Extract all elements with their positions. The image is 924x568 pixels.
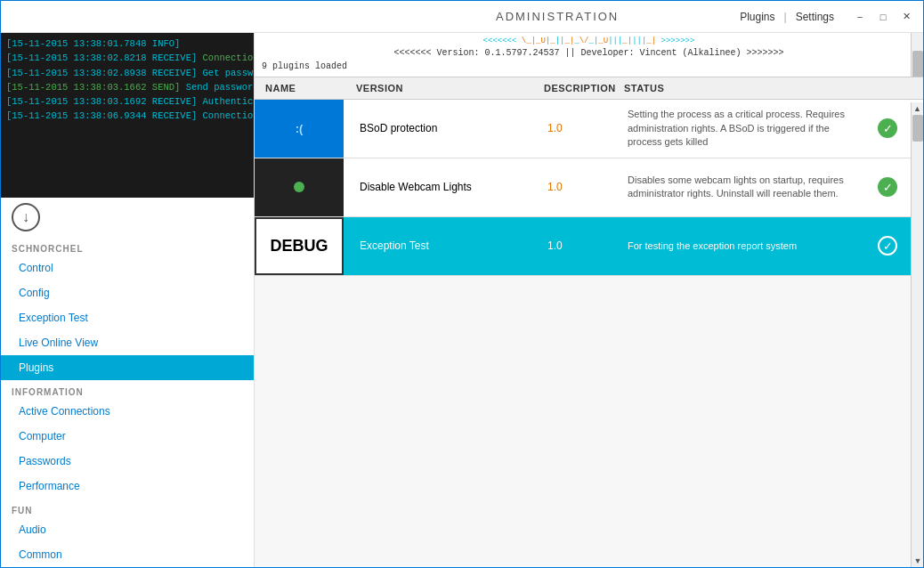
sidebar-item-control[interactable]: Control [1,256,254,280]
sidebar: [15-11-2015 13:38:01.7848 INFO] [15-11-2… [1,33,255,567]
log-line-4: [15-11-2015 13:38:03.1662 SEND] Send pas… [6,80,248,94]
col-version: VERSION [356,77,537,99]
download-button[interactable]: ↓ [12,203,40,231]
version-line: <<<<<<< Version: 0.1.5797.24537 || Devel… [262,48,916,58]
sidebar-item-live-online-view[interactable]: Live Online View [1,330,254,355]
log-line-2: [15-11-2015 13:38:02.8218 RECEIVE] Conne… [6,51,248,65]
plugin-name-webcam: Disable Webcam Lights [353,177,540,197]
log-line-5: [15-11-2015 13:38:03.1692 RECEIVE] Authe… [6,94,248,109]
scroll-down-button[interactable]: ▼ [912,555,923,567]
title-bar: ADMINISTRATION Plugins | Settings − □ ✕ [1,1,923,33]
banner-area: <<<<<<< \_|_U|_||_|_\/_|_U|||_||||_| >>>… [255,33,923,77]
main-panel: <<<<<<< \_|_U|_||_|_\/_|_U|||_||||_| >>>… [255,33,923,567]
sidebar-item-performance[interactable]: Performance [1,474,254,499]
plugin-name-debug: Exception Test [353,236,540,256]
main-window: ADMINISTRATION Plugins | Settings − □ ✕ … [0,0,924,568]
plugins-loaded-line: 9 plugins loaded [262,60,916,73]
sidebar-item-exception-test[interactable]: Exception Test [1,305,254,330]
menu-settings[interactable]: Settings [796,11,834,23]
section-label-fun: FUN [1,499,254,517]
close-button[interactable]: ✕ [898,9,914,25]
sidebar-item-active-connections[interactable]: Active Connections [1,399,254,424]
webcam-led-dot [294,182,304,192]
window-controls: − □ ✕ [852,9,914,25]
scroll-thumb [912,115,923,142]
log-area: [15-11-2015 13:38:01.7848 INFO] [15-11-2… [1,33,254,198]
content-area: [15-11-2015 13:38:01.7848 INFO] [15-11-2… [1,33,923,567]
menu-plugins[interactable]: Plugins [740,11,774,23]
plugin-row-debug[interactable]: DEBUG Exception Test 1.0 For testing the… [255,217,923,276]
plugin-version-webcam: 1.0 [540,177,620,197]
sidebar-item-plugins[interactable]: Plugins [1,355,254,380]
log-line-6: [15-11-2015 13:38:06.9344 RECEIVE] Conne… [6,109,248,123]
plugin-table-header: NAME VERSION DESCRIPTION STATUS [255,77,923,100]
plugin-name-bsod: BSoD protection [353,118,540,138]
plugin-desc-bsod: Setting the process as a critical proces… [620,104,852,152]
section-label-information: INFORMATION [1,380,254,399]
plugin-thumb-debug: DEBUG [255,217,344,275]
title-bar-right: Plugins | Settings − □ ✕ [740,9,914,25]
sidebar-nav: SCHNORCHEL Control Config Exception Test… [1,237,254,567]
sidebar-item-passwords[interactable]: Passwords [1,449,254,474]
plugin-row-bsod[interactable]: :( BSoD protection 1.0 Setting the proce… [255,100,923,158]
plugin-thumb-webcam [255,158,344,216]
plugin-version-debug: 1.0 [540,236,620,256]
minimize-button[interactable]: − [852,9,868,25]
log-line-1: [15-11-2015 13:38:01.7848 INFO] [6,37,248,51]
window-title: ADMINISTRATION [375,10,740,23]
status-check-debug: ✓ [878,236,897,256]
plugin-area: NAME VERSION DESCRIPTION STATUS :( BSoD … [255,77,923,567]
sidebar-item-common[interactable]: Common [1,542,254,567]
scroll-up-button[interactable]: ▲ [912,102,923,115]
status-check-bsod: ✓ [878,118,897,138]
ascii-art: <<<<<<< \_|_U|_||_|_\/_|_U|||_||||_| >>>… [262,37,916,46]
col-name: NAME [258,77,356,99]
sidebar-item-audio[interactable]: Audio [1,517,254,542]
log-line-3: [15-11-2015 13:38:02.8938 RECEIVE] Get p… [6,66,248,80]
plugin-thumb-bsod: :( [255,100,344,158]
status-check-webcam: ✓ [878,177,897,197]
plugin-rows: :( BSoD protection 1.0 Setting the proce… [255,100,923,567]
col-status: STATUS [617,77,848,99]
section-label-schnorchel: SCHNORCHEL [1,237,254,256]
maximize-button[interactable]: □ [875,9,891,25]
download-btn-area: ↓ [1,198,254,237]
banner-scroll-thumb [912,51,923,77]
plugin-desc-webcam: Disables some webcam lights on startup, … [620,170,852,205]
plugin-version-bsod: 1.0 [540,118,620,138]
col-description: DESCRIPTION [537,77,617,99]
sidebar-item-computer[interactable]: Computer [1,424,254,449]
plugin-scrollbar[interactable]: ▲ ▼ [911,102,923,567]
banner-scrollbar[interactable] [911,33,923,77]
banner-log: 9 plugins loaded [262,60,916,73]
sidebar-item-config[interactable]: Config [1,280,254,305]
plugin-row-webcam[interactable]: Disable Webcam Lights 1.0 Disables some … [255,158,923,217]
plugin-desc-debug: For testing the exception report system [620,236,852,256]
